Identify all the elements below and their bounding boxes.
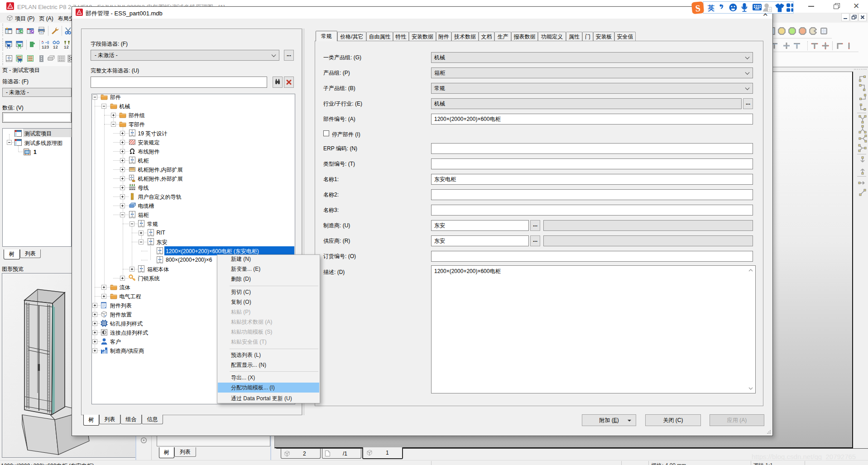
svg-text:S: S <box>695 3 701 14</box>
svg-text:英: 英 <box>707 4 715 12</box>
svg-text:9: 9 <box>769 8 771 12</box>
svg-text:123: 123 <box>42 45 49 49</box>
svg-text:12: 12 <box>53 45 58 49</box>
svg-text:12: 12 <box>64 45 69 49</box>
